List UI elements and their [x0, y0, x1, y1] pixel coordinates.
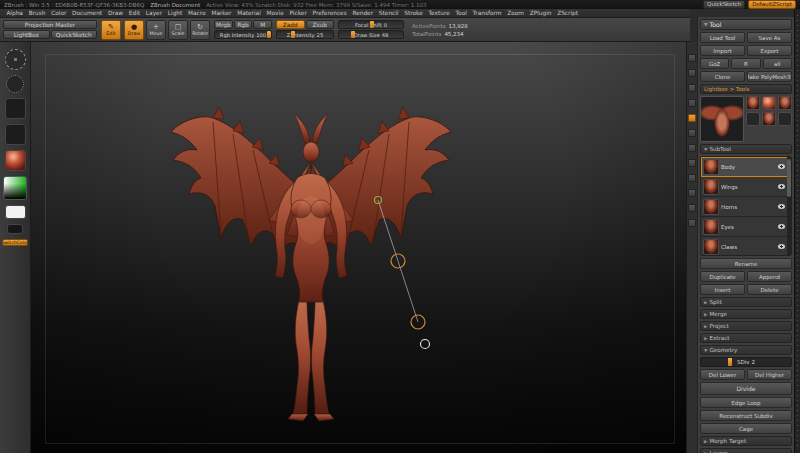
subtool-item[interactable]: Wings [701, 177, 791, 197]
menu-movie[interactable]: Movie [264, 9, 286, 17]
morph-target-section-header[interactable]: ▶ Morph Target [700, 436, 792, 446]
frame-icon[interactable] [688, 174, 696, 182]
secondary-color-swatch[interactable] [7, 224, 23, 234]
main-color-swatch[interactable] [5, 205, 26, 219]
tool-palette-header[interactable]: ▼ Tool [700, 19, 792, 30]
draw-size-slider[interactable]: Draw Size 48 [338, 30, 404, 39]
menu-transform[interactable]: Transform [470, 9, 504, 17]
menu-material[interactable]: Material [235, 9, 263, 17]
mrgb-button[interactable]: Mrgb [214, 20, 233, 29]
save-as-button[interactable]: Save As [747, 32, 792, 43]
cage-button[interactable]: Cage [700, 423, 792, 434]
menu-light[interactable]: Light [165, 9, 184, 17]
menu-texture[interactable]: Texture [426, 9, 452, 17]
floor-icon[interactable] [688, 129, 696, 137]
menu-brush[interactable]: Brush [26, 9, 48, 17]
scale-mode-button[interactable]: □ Scale [168, 20, 188, 40]
split-section-header[interactable]: ▶ Split [700, 297, 792, 307]
load-tool-button[interactable]: Load Tool [700, 32, 745, 43]
material-thumbnail-icon[interactable] [5, 150, 26, 171]
subtool-item[interactable]: Horns [701, 197, 791, 217]
menu-marker[interactable]: Marker [209, 9, 234, 17]
edge-loop-button[interactable]: Edge Loop [700, 397, 792, 408]
reconstruct-subdiv-button[interactable]: Reconstruct Subdiv [700, 410, 792, 421]
menu-color[interactable]: Color [49, 9, 69, 17]
scale-icon[interactable] [688, 204, 696, 212]
subtool-section-header[interactable]: ▼ SubTool [700, 144, 792, 154]
recent-tool-thumbnail[interactable] [746, 112, 760, 126]
menu-layer[interactable]: Layer [143, 9, 164, 17]
zadd-button[interactable]: Zadd [276, 20, 305, 29]
divide-button[interactable]: Divide [700, 382, 792, 395]
visibility-eye-icon[interactable] [778, 184, 785, 189]
menu-edit[interactable]: Edit [126, 9, 142, 17]
recent-tool-thumbnail[interactable] [778, 96, 792, 110]
scrollbar-thumb[interactable] [787, 159, 791, 197]
menu-document[interactable]: Document [70, 9, 105, 17]
sdiv-slider[interactable]: SDiv 2 [700, 357, 792, 367]
subtool-item[interactable]: Claws [701, 237, 791, 256]
quicksketch-shelf-button[interactable]: QuickSketch [51, 30, 98, 39]
menu-zplugin[interactable]: ZPlugin [527, 9, 554, 17]
slider-handle[interactable] [728, 358, 732, 366]
subtool-item[interactable]: Eyes [701, 217, 791, 237]
menu-preferences[interactable]: Preferences [310, 9, 349, 17]
subtool-item[interactable]: Body [701, 157, 791, 177]
edit-mode-button[interactable]: ✎ Edit [101, 20, 121, 40]
rotate-icon[interactable] [688, 219, 696, 227]
recent-tool-thumbnail[interactable] [762, 112, 776, 126]
project-section-header[interactable]: ▶ Project [700, 321, 792, 331]
z-intensity-slider[interactable]: Z Intensity 25 [276, 30, 334, 39]
draw-mode-button[interactable]: ● Draw [124, 20, 144, 40]
m-button[interactable]: M [253, 20, 272, 29]
document-canvas[interactable] [31, 42, 686, 453]
focal-shift-slider[interactable]: Focal Shift 0 [338, 20, 404, 29]
goz-r-button[interactable]: R [731, 58, 760, 69]
slider-handle[interactable] [370, 21, 374, 28]
texture-thumbnail-icon[interactable] [5, 124, 26, 145]
projection-master-button[interactable]: Projection Master [3, 20, 97, 29]
menu-picker[interactable]: Picker [287, 9, 309, 17]
visibility-eye-icon[interactable] [778, 204, 785, 209]
export-button[interactable]: Export [747, 45, 792, 56]
goz-all-button[interactable]: all [763, 58, 792, 69]
lightbox-button[interactable]: LightBox [3, 30, 50, 39]
move-mode-button[interactable]: + Move [146, 20, 166, 40]
quicksketch-button[interactable]: QuickSketch [703, 0, 745, 9]
rgb-intensity-slider[interactable]: Rgb Intensity 100 [214, 30, 272, 39]
rotate-mode-button[interactable]: ↻ Rotate [190, 20, 210, 40]
extract-section-header[interactable]: ▶ Extract [700, 333, 792, 343]
subtool-scrollbar[interactable] [787, 157, 791, 255]
clone-button[interactable]: Clone [700, 71, 745, 82]
scroll-icon[interactable] [688, 54, 696, 62]
menu-stencil[interactable]: Stencil [376, 9, 400, 17]
menu-macro[interactable]: Macro [186, 9, 208, 17]
menu-zscript[interactable]: ZScript [555, 9, 581, 17]
menu-zoom[interactable]: Zoom [505, 9, 527, 17]
right-tray-divider[interactable] [794, 9, 800, 453]
stroke-thumbnail-icon[interactable] [6, 75, 24, 93]
actual-size-icon[interactable] [688, 84, 696, 92]
l-sym-icon[interactable] [688, 159, 696, 167]
zoom-icon[interactable] [688, 69, 696, 77]
visibility-eye-icon[interactable] [778, 224, 785, 229]
recent-tool-thumbnail[interactable] [762, 96, 776, 110]
insert-button[interactable]: Insert [700, 284, 745, 295]
current-tool-thumbnail[interactable] [700, 96, 744, 142]
visibility-eye-icon[interactable] [778, 244, 785, 249]
menu-draw[interactable]: Draw [106, 9, 126, 17]
move-icon[interactable] [688, 189, 696, 197]
menu-stroke[interactable]: Stroke [402, 9, 425, 17]
default-zscript-button[interactable]: DefaultZScript [748, 0, 796, 9]
geometry-section-header[interactable]: ▼ Geometry [700, 345, 792, 355]
slider-handle[interactable] [351, 31, 355, 38]
del-higher-button[interactable]: Del Higher [747, 369, 792, 380]
slider-handle[interactable] [267, 31, 271, 38]
transpose-line[interactable] [361, 182, 451, 367]
local-icon[interactable] [688, 144, 696, 152]
recent-tool-thumbnail[interactable] [778, 112, 792, 126]
color-picker[interactable] [3, 176, 27, 200]
switch-color-button[interactable]: SwitchColor [2, 239, 28, 246]
rgb-button[interactable]: Rgb [234, 20, 253, 29]
menu-alpha[interactable]: Alpha [4, 9, 25, 17]
